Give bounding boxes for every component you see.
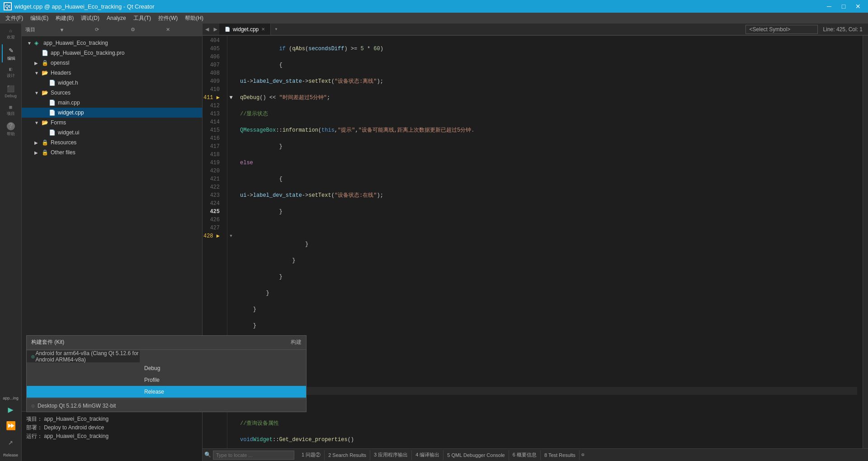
tab-dropdown-icon[interactable]: ▾ [271,26,281,33]
tree-item-widgetui[interactable]: 📄 widget.ui [22,128,202,138]
menu-help[interactable]: 帮助(H) [181,14,207,23]
tree-resources-name: Resources [51,139,202,146]
sidebar-icon-debug[interactable]: ⬛ Debug [2,82,20,100]
sidebar-icon-projects[interactable]: ▦ 项目 [2,101,20,119]
menu-debug[interactable]: 调试(D) [77,14,103,23]
tab-summary[interactable]: 6 概要信息 [509,450,541,460]
run-debug-button[interactable]: ↗ [4,435,18,449]
ln-411: 411 ▶ [203,94,223,102]
settings-icon[interactable]: ⚙ [129,26,163,33]
sidebar-icon-help[interactable]: ? 帮助 [2,120,20,138]
locate-wrapper: 🔍 [204,451,294,460]
tree-arrow-forms[interactable] [34,120,42,125]
more-tabs-icon[interactable]: ⊕ [580,451,586,458]
kit-build-profile[interactable]: Profile [27,374,306,386]
kit-build-release[interactable]: Release [27,386,306,398]
folder-icon-openssl: 🔒 [42,60,49,66]
editor-header: ◀ ▶ 📄 widget.cpp ✕ ▾ <Select Symbol> Lin… [203,24,868,36]
fold-427 [227,224,235,232]
sidebar-icon-edit[interactable]: ✎ 编辑 [2,44,20,62]
menu-file[interactable]: 文件(F) [2,14,27,23]
fold-428[interactable]: ▼ [227,232,235,240]
tree-pro-name: app_Huawei_Eco_tracking.pro [51,50,202,56]
sync-icon[interactable]: ⟳ [94,26,127,33]
code-line-420: } [240,305,857,314]
tree-arrow-headers[interactable] [34,71,42,76]
code-line-428: void Widget::Get_device_properties() [240,436,857,444]
kit-build-debug[interactable]: Debug [27,362,306,374]
tree-arrow-otherfiles[interactable] [34,150,42,155]
code-text[interactable]: if (qAbs(secondsDiff) >= 5 * 60) { ui->l… [235,36,863,448]
run-all-button[interactable]: ⏩ [4,418,18,433]
kit-desktop-label[interactable]: ◎ Desktop Qt 5.12.6 MinGW 32-bit [27,400,140,412]
fold-410 [227,86,235,94]
filter-icon[interactable]: ▼ [58,26,92,33]
tab-compile-output[interactable]: 4 编译输出 [412,450,443,460]
kit-divider1 [27,349,306,350]
tree-arrow-root[interactable] [27,41,34,46]
menu-edit[interactable]: 编辑(E) [27,14,52,23]
tree-item-otherfiles[interactable]: 🔒 Other files [22,147,202,157]
file-tree-label: 项目 [25,26,57,33]
code-line-425 [240,387,857,395]
ln-426: 426 [203,216,223,224]
code-line-409: QMessageBox::information(this,"提示","设备可能… [240,126,857,134]
menu-controls[interactable]: 控件(W) [155,14,181,23]
design-icon: ◧ [9,67,12,72]
pro-file-icon: 📄 [42,50,49,56]
tab-app-output[interactable]: 3 应用程序输出 [370,450,412,460]
tree-item-maincpp[interactable]: 📄 main.cpp [22,98,202,108]
tree-item-headers[interactable]: 📂 Headers [22,68,202,78]
tab-search-results[interactable]: 2 Search Results [325,450,370,460]
fold-406 [227,53,235,61]
menu-analyze[interactable]: Analyze [103,14,130,22]
fold-405 [227,45,235,53]
symbol-selector[interactable]: <Select Symbol> [745,25,818,34]
kit-header-label: 构建套件 (Kit) [31,338,64,346]
tree-item-forms[interactable]: 📂 Forms [22,118,202,128]
title-bar: Qt widget.cpp @ app_Huawei_Eco_tracking … [0,0,868,13]
tree-item-widgetcpp[interactable]: 📄 widget.cpp [22,108,202,118]
tree-item-widgeth[interactable]: 📄 widget.h [22,78,202,88]
menu-tools[interactable]: 工具(T) [130,14,155,23]
ln-425: 425 [203,208,223,216]
kit-android-label[interactable]: ◎ Android for arm64-v8a (Clang Qt 5.12.6… [27,351,140,362]
tab-issues[interactable]: 1 问题② [298,450,325,460]
sidebar-icon-design[interactable]: ◧ 设计 [2,63,20,81]
code-line-413: ui->label_dev_state->setText("设备状态:在线"); [240,191,857,200]
window-controls: ─ □ ✕ [823,2,864,11]
close-panel-icon[interactable]: ✕ [165,26,198,33]
tab-close-icon[interactable]: ✕ [261,27,265,32]
tab-qml-debugger[interactable]: 5 QML Debugger Console [443,450,509,460]
code-line-405: { [240,61,857,69]
fold-411[interactable]: ▼ [227,94,235,102]
type-to-locate-input[interactable] [213,451,294,460]
fold-408 [227,69,235,77]
menu-build[interactable]: 构建(B) [52,14,77,23]
minimize-button[interactable]: ─ [823,2,835,11]
scrollbar-vertical[interactable] [863,36,868,448]
tree-item-sources[interactable]: 📂 Sources [22,88,202,98]
close-button[interactable]: ✕ [852,2,864,11]
kit-row-desktop: ◎ Desktop Qt 5.12.6 MinGW 32-bit [27,400,306,412]
tree-arrow-sources[interactable] [34,90,42,95]
tab-test-results[interactable]: 8 Test Results [541,450,580,460]
nav-forward-icon[interactable]: ▶ [212,25,219,33]
tree-item-resources[interactable]: 🔒 Resources [22,138,202,147]
fold-412 [227,102,235,110]
sidebar-icon-welcome[interactable]: ⌂ 欢迎 [2,25,20,43]
help-icon: ? [7,122,15,130]
editor-tab-widgetcpp[interactable]: 📄 widget.cpp ✕ [219,24,271,35]
tree-item-pro[interactable]: 📄 app_Huawei_Eco_tracking.pro [22,48,202,58]
tree-arrow-resources[interactable] [34,140,42,145]
ui-file-icon: 📄 [49,129,56,136]
fold-424 [227,200,235,208]
maximize-button[interactable]: □ [837,2,850,11]
run-button[interactable]: ▶ [4,402,18,417]
fold-416 [227,134,235,143]
tree-item-openssl[interactable]: 🔒 openssl [22,58,202,68]
nav-back-icon[interactable]: ◀ [203,25,212,33]
tree-arrow-openssl[interactable] [34,61,42,66]
tree-item-root[interactable]: ◈ app_Huawei_Eco_tracking [22,38,202,48]
fold-409 [227,77,235,86]
